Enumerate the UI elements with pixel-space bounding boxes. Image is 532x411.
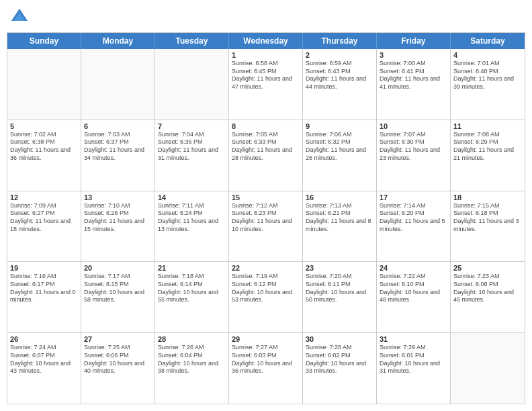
cell-day-number: 4	[453, 51, 522, 59]
cell-info: Sunrise: 6:58 AM Sunset: 6:45 PM Dayligh…	[232, 60, 300, 91]
calendar-cell: 13Sunrise: 7:10 AM Sunset: 6:26 PM Dayli…	[81, 191, 155, 262]
cell-day-number: 15	[232, 193, 300, 201]
cell-day-number: 3	[380, 51, 447, 59]
calendar-cell: 22Sunrise: 7:19 AM Sunset: 6:12 PM Dayli…	[229, 262, 303, 332]
week-row-5: 26Sunrise: 7:24 AM Sunset: 6:07 PM Dayli…	[7, 333, 525, 404]
cell-day-number: 21	[158, 264, 226, 272]
calendar-cell: 10Sunrise: 7:07 AM Sunset: 6:30 PM Dayli…	[377, 120, 451, 191]
cell-day-number: 30	[306, 335, 373, 343]
calendar-cell: 9Sunrise: 7:06 AM Sunset: 6:32 PM Daylig…	[303, 120, 377, 191]
cell-day-number: 10	[380, 122, 447, 130]
cell-info: Sunrise: 7:14 AM Sunset: 6:20 PM Dayligh…	[380, 202, 447, 234]
calendar-cell: 24Sunrise: 7:22 AM Sunset: 6:10 PM Dayli…	[377, 262, 451, 332]
cell-day-number: 29	[232, 335, 300, 343]
cell-info: Sunrise: 7:18 AM Sunset: 6:14 PM Dayligh…	[158, 273, 226, 304]
cell-info: Sunrise: 7:06 AM Sunset: 6:32 PM Dayligh…	[306, 131, 373, 163]
cell-day-number: 12	[10, 193, 78, 201]
cell-info: Sunrise: 7:03 AM Sunset: 6:37 PM Dayligh…	[84, 131, 152, 163]
cell-day-number: 1	[232, 51, 300, 59]
cell-info: Sunrise: 7:23 AM Sunset: 6:08 PM Dayligh…	[453, 273, 522, 304]
day-header-saturday: Saturday	[451, 33, 525, 49]
calendar-cell: 20Sunrise: 7:17 AM Sunset: 6:15 PM Dayli…	[81, 262, 155, 332]
calendar-cell: 12Sunrise: 7:09 AM Sunset: 6:27 PM Dayli…	[7, 191, 81, 262]
cell-day-number: 23	[306, 264, 373, 272]
cell-info: Sunrise: 7:15 AM Sunset: 6:18 PM Dayligh…	[453, 202, 522, 234]
week-row-3: 12Sunrise: 7:09 AM Sunset: 6:27 PM Dayli…	[7, 191, 525, 263]
cell-day-number: 7	[158, 122, 226, 130]
cell-day-number: 6	[84, 122, 152, 130]
cell-info: Sunrise: 7:12 AM Sunset: 6:23 PM Dayligh…	[232, 202, 300, 234]
cell-day-number: 25	[453, 264, 522, 272]
calendar-cell: 11Sunrise: 7:08 AM Sunset: 6:29 PM Dayli…	[451, 120, 525, 191]
page: SundayMondayTuesdayWednesdayThursdayFrid…	[0, 0, 532, 411]
cell-info: Sunrise: 7:27 AM Sunset: 6:03 PM Dayligh…	[232, 344, 300, 375]
calendar-cell: 23Sunrise: 7:20 AM Sunset: 6:11 PM Dayli…	[303, 262, 377, 332]
cell-info: Sunrise: 7:05 AM Sunset: 6:33 PM Dayligh…	[232, 131, 300, 163]
calendar-cell: 1Sunrise: 6:58 AM Sunset: 6:45 PM Daylig…	[229, 49, 303, 120]
calendar-cell	[7, 49, 81, 120]
cell-info: Sunrise: 7:08 AM Sunset: 6:29 PM Dayligh…	[453, 131, 522, 163]
cell-day-number: 8	[232, 122, 300, 130]
calendar-cell: 19Sunrise: 7:16 AM Sunset: 6:17 PM Dayli…	[7, 262, 81, 332]
day-header-friday: Friday	[377, 33, 451, 49]
cell-info: Sunrise: 7:19 AM Sunset: 6:12 PM Dayligh…	[232, 273, 300, 304]
cell-info: Sunrise: 7:22 AM Sunset: 6:10 PM Dayligh…	[380, 273, 447, 304]
calendar-cell: 5Sunrise: 7:02 AM Sunset: 6:38 PM Daylig…	[7, 120, 81, 191]
cell-info: Sunrise: 7:28 AM Sunset: 6:02 PM Dayligh…	[306, 344, 373, 375]
day-header-monday: Monday	[81, 33, 155, 49]
calendar-cell: 29Sunrise: 7:27 AM Sunset: 6:03 PM Dayli…	[229, 333, 303, 404]
calendar-body: 1Sunrise: 6:58 AM Sunset: 6:45 PM Daylig…	[7, 49, 525, 404]
cell-info: Sunrise: 7:04 AM Sunset: 6:35 PM Dayligh…	[158, 131, 226, 163]
calendar-cell: 2Sunrise: 6:59 AM Sunset: 6:43 PM Daylig…	[303, 49, 377, 120]
day-header-tuesday: Tuesday	[155, 33, 229, 49]
week-row-2: 5Sunrise: 7:02 AM Sunset: 6:38 PM Daylig…	[7, 120, 525, 191]
cell-day-number: 26	[10, 335, 78, 343]
calendar-cell: 18Sunrise: 7:15 AM Sunset: 6:18 PM Dayli…	[451, 191, 525, 262]
cell-info: Sunrise: 7:00 AM Sunset: 6:41 PM Dayligh…	[380, 60, 447, 91]
cell-info: Sunrise: 6:59 AM Sunset: 6:43 PM Dayligh…	[306, 60, 373, 91]
cell-info: Sunrise: 7:01 AM Sunset: 6:40 PM Dayligh…	[453, 60, 522, 91]
cell-day-number: 18	[453, 193, 522, 201]
day-headers: SundayMondayTuesdayWednesdayThursdayFrid…	[7, 33, 525, 49]
calendar-cell: 15Sunrise: 7:12 AM Sunset: 6:23 PM Dayli…	[229, 191, 303, 262]
cell-day-number: 13	[84, 193, 152, 201]
cell-info: Sunrise: 7:24 AM Sunset: 6:07 PM Dayligh…	[10, 344, 78, 375]
calendar-cell: 17Sunrise: 7:14 AM Sunset: 6:20 PM Dayli…	[377, 191, 451, 262]
calendar-cell: 21Sunrise: 7:18 AM Sunset: 6:14 PM Dayli…	[155, 262, 229, 332]
cell-info: Sunrise: 7:20 AM Sunset: 6:11 PM Dayligh…	[306, 273, 373, 304]
cell-info: Sunrise: 7:13 AM Sunset: 6:21 PM Dayligh…	[306, 202, 373, 234]
calendar-cell	[81, 49, 155, 120]
day-header-sunday: Sunday	[7, 33, 81, 49]
cell-info: Sunrise: 7:07 AM Sunset: 6:30 PM Dayligh…	[380, 131, 447, 163]
calendar-cell: 16Sunrise: 7:13 AM Sunset: 6:21 PM Dayli…	[303, 191, 377, 262]
cell-day-number: 22	[232, 264, 300, 272]
calendar-cell: 31Sunrise: 7:29 AM Sunset: 6:01 PM Dayli…	[377, 333, 451, 404]
cell-info: Sunrise: 7:10 AM Sunset: 6:26 PM Dayligh…	[84, 202, 152, 234]
cell-info: Sunrise: 7:29 AM Sunset: 6:01 PM Dayligh…	[380, 344, 447, 375]
cell-day-number: 24	[380, 264, 447, 272]
calendar-cell	[155, 49, 229, 120]
cell-day-number: 14	[158, 193, 226, 201]
calendar-cell: 4Sunrise: 7:01 AM Sunset: 6:40 PM Daylig…	[451, 49, 525, 120]
calendar-cell: 6Sunrise: 7:03 AM Sunset: 6:37 PM Daylig…	[81, 120, 155, 191]
header	[7, 7, 525, 27]
cell-day-number: 17	[380, 193, 447, 201]
calendar-cell: 27Sunrise: 7:25 AM Sunset: 6:06 PM Dayli…	[81, 333, 155, 404]
cell-day-number: 28	[158, 335, 226, 343]
cell-info: Sunrise: 7:26 AM Sunset: 6:04 PM Dayligh…	[158, 344, 226, 375]
cell-info: Sunrise: 7:09 AM Sunset: 6:27 PM Dayligh…	[10, 202, 78, 234]
calendar-cell: 14Sunrise: 7:11 AM Sunset: 6:24 PM Dayli…	[155, 191, 229, 262]
calendar-cell: 7Sunrise: 7:04 AM Sunset: 6:35 PM Daylig…	[155, 120, 229, 191]
calendar-cell	[451, 333, 525, 404]
cell-info: Sunrise: 7:16 AM Sunset: 6:17 PM Dayligh…	[10, 273, 78, 304]
cell-info: Sunrise: 7:25 AM Sunset: 6:06 PM Dayligh…	[84, 344, 152, 375]
calendar-cell: 8Sunrise: 7:05 AM Sunset: 6:33 PM Daylig…	[229, 120, 303, 191]
week-row-4: 19Sunrise: 7:16 AM Sunset: 6:17 PM Dayli…	[7, 262, 525, 333]
cell-info: Sunrise: 7:11 AM Sunset: 6:24 PM Dayligh…	[158, 202, 226, 234]
cell-info: Sunrise: 7:02 AM Sunset: 6:38 PM Dayligh…	[10, 131, 78, 163]
calendar-cell: 26Sunrise: 7:24 AM Sunset: 6:07 PM Dayli…	[7, 333, 81, 404]
week-row-1: 1Sunrise: 6:58 AM Sunset: 6:45 PM Daylig…	[7, 49, 525, 120]
cell-day-number: 31	[380, 335, 447, 343]
cell-day-number: 5	[10, 122, 78, 130]
calendar-cell: 25Sunrise: 7:23 AM Sunset: 6:08 PM Dayli…	[451, 262, 525, 332]
